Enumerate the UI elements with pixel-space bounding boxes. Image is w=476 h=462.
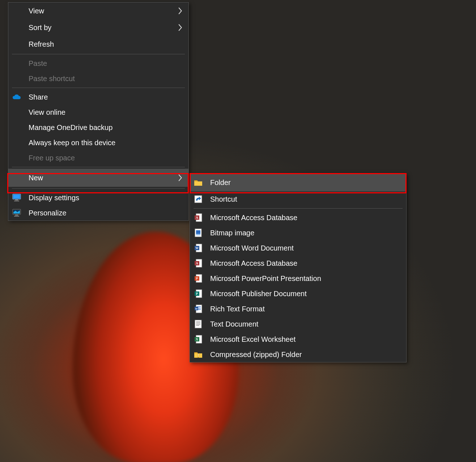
menu-label: Manage OneDrive backup bbox=[29, 123, 183, 132]
submenu-zip[interactable]: Compressed (zipped) Folder bbox=[190, 347, 406, 362]
submenu-label: Folder bbox=[210, 178, 401, 187]
blank-icon bbox=[12, 138, 21, 147]
blank-icon bbox=[12, 6, 21, 16]
submenu-label: Rich Text Format bbox=[210, 305, 401, 313]
submenu-label: Microsoft Access Database bbox=[210, 214, 401, 222]
menu-label: View online bbox=[29, 108, 183, 117]
onedrive-icon bbox=[12, 92, 21, 102]
desktop-wallpaper[interactable]: View Sort by Refresh Paste Paste shortcu… bbox=[0, 0, 476, 462]
svg-text:W: W bbox=[195, 307, 198, 310]
display-icon bbox=[12, 193, 21, 202]
menu-label: Display settings bbox=[29, 194, 183, 202]
svg-text:A: A bbox=[196, 261, 198, 265]
submenu-rtf[interactable]: W Rich Text Format bbox=[190, 301, 406, 316]
personalize-icon bbox=[12, 208, 21, 218]
submenu-word[interactable]: W Microsoft Word Document bbox=[190, 240, 406, 256]
submenu-powerpoint[interactable]: P Microsoft PowerPoint Presentation bbox=[190, 271, 406, 286]
menu-label: Sort by bbox=[29, 24, 178, 32]
svg-rect-43 bbox=[198, 355, 199, 356]
submenu-folder[interactable]: Folder bbox=[190, 173, 406, 192]
menu-paste-shortcut: Paste shortcut bbox=[8, 71, 188, 86]
svg-rect-14 bbox=[196, 234, 200, 235]
blank-icon bbox=[12, 108, 21, 117]
menu-view[interactable]: View bbox=[8, 3, 188, 19]
svg-rect-1 bbox=[13, 195, 20, 198]
submenu-access[interactable]: A Microsoft Access Database bbox=[190, 210, 406, 225]
svg-text:P: P bbox=[196, 292, 198, 295]
menu-view-online[interactable]: View online bbox=[8, 105, 188, 120]
svg-rect-36 bbox=[196, 324, 200, 325]
menu-free-up-space: Free up space bbox=[8, 150, 188, 165]
submenu-label: Shortcut bbox=[210, 195, 401, 203]
menu-new[interactable]: New bbox=[8, 169, 188, 187]
submenu-label: Microsoft Publisher Document bbox=[210, 290, 401, 298]
access-icon: A bbox=[194, 259, 203, 268]
blank-icon bbox=[12, 59, 21, 68]
menu-separator bbox=[12, 167, 185, 167]
blank-icon bbox=[12, 153, 21, 163]
svg-rect-35 bbox=[196, 323, 200, 324]
bitmap-icon bbox=[194, 228, 203, 238]
svg-rect-34 bbox=[196, 322, 200, 322]
menu-label: Refresh bbox=[29, 40, 183, 49]
menu-always-keep-on-device[interactable]: Always keep on this device bbox=[8, 135, 188, 150]
blank-icon bbox=[12, 23, 21, 32]
menu-manage-onedrive-backup[interactable]: Manage OneDrive backup bbox=[8, 120, 188, 135]
shortcut-icon bbox=[194, 194, 203, 204]
submenu-label: Text Document bbox=[210, 320, 401, 328]
desktop-context-menu: View Sort by Refresh Paste Paste shortcu… bbox=[8, 2, 189, 221]
menu-separator bbox=[12, 88, 185, 88]
menu-label: View bbox=[29, 7, 178, 15]
svg-rect-44 bbox=[198, 356, 199, 357]
menu-label: Paste bbox=[29, 59, 183, 68]
submenu-text[interactable]: Text Document bbox=[190, 316, 406, 332]
blank-icon bbox=[12, 123, 21, 132]
chevron-right-icon bbox=[178, 174, 183, 181]
menu-separator bbox=[12, 188, 185, 189]
svg-text:P: P bbox=[196, 277, 198, 280]
access-icon: A bbox=[194, 213, 203, 222]
blank-icon bbox=[12, 173, 21, 182]
svg-rect-6 bbox=[15, 215, 18, 215]
submenu-label: Microsoft Excel Worksheet bbox=[210, 335, 401, 344]
excel-icon: X bbox=[194, 335, 203, 344]
zip-icon bbox=[194, 350, 203, 359]
powerpoint-icon: P bbox=[194, 274, 203, 283]
svg-text:X: X bbox=[196, 337, 198, 341]
submenu-label: Microsoft Access Database bbox=[210, 259, 401, 268]
publisher-icon: P bbox=[194, 289, 203, 298]
menu-label: Personalize bbox=[29, 209, 183, 217]
menu-paste: Paste bbox=[8, 56, 188, 71]
word-icon: W bbox=[194, 243, 203, 253]
svg-rect-37 bbox=[196, 326, 199, 326]
menu-display-settings[interactable]: Display settings bbox=[8, 190, 188, 205]
text-icon bbox=[194, 319, 203, 329]
submenu-bitmap[interactable]: Bitmap image bbox=[190, 225, 406, 240]
submenu-excel[interactable]: X Microsoft Excel Worksheet bbox=[190, 332, 406, 347]
submenu-label: Microsoft PowerPoint Presentation bbox=[210, 274, 401, 283]
menu-refresh[interactable]: Refresh bbox=[8, 36, 188, 52]
blank-icon bbox=[12, 39, 21, 49]
submenu-shortcut[interactable]: Shortcut bbox=[190, 192, 406, 207]
menu-sort-by[interactable]: Sort by bbox=[8, 19, 188, 36]
new-submenu: Folder Shortcut A Microsoft Access Datab… bbox=[190, 173, 407, 362]
svg-rect-2 bbox=[15, 200, 18, 200]
menu-label: New bbox=[29, 174, 178, 182]
svg-text:A: A bbox=[196, 216, 198, 219]
svg-rect-13 bbox=[196, 230, 200, 234]
menu-share[interactable]: Share bbox=[8, 89, 188, 105]
menu-separator bbox=[194, 208, 403, 209]
svg-rect-7 bbox=[14, 216, 19, 217]
submenu-access2[interactable]: A Microsoft Access Database bbox=[190, 256, 406, 271]
menu-label: Paste shortcut bbox=[29, 75, 183, 83]
menu-label: Share bbox=[29, 93, 183, 101]
svg-rect-3 bbox=[14, 201, 19, 201]
chevron-right-icon bbox=[178, 24, 183, 31]
submenu-publisher[interactable]: P Microsoft Publisher Document bbox=[190, 286, 406, 301]
menu-personalize[interactable]: Personalize bbox=[8, 205, 188, 220]
blank-icon bbox=[12, 74, 21, 83]
rtf-icon: W bbox=[194, 304, 203, 314]
menu-separator bbox=[12, 54, 185, 54]
submenu-label: Compressed (zipped) Folder bbox=[210, 350, 401, 359]
menu-label: Free up space bbox=[29, 154, 183, 162]
